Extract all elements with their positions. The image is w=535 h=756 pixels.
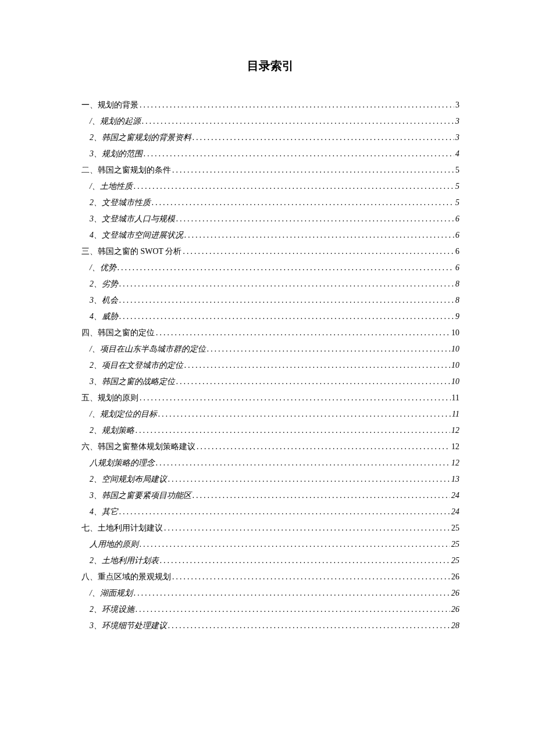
toc-entry-page: 10	[451, 357, 459, 374]
toc-entry-page: 6	[455, 260, 459, 276]
toc-entry: 一、规划的背景.................................…	[81, 97, 459, 113]
toc-dots: ........................................…	[183, 243, 454, 260]
toc-entry-page: 8	[455, 292, 459, 309]
toc-entry-label: 一、规划的背景	[81, 97, 138, 113]
toc-dots: ........................................…	[156, 455, 450, 471]
toc-entry: 2、项目在文登城市的定位............................…	[90, 357, 459, 374]
toc-entry: /、土地性质..................................…	[90, 178, 459, 195]
toc-entry-page: 24	[451, 488, 459, 504]
toc-entry: 2、环境设施..................................…	[90, 601, 459, 618]
toc-dots: ........................................…	[119, 504, 450, 520]
toc-entry-page: 12	[451, 455, 459, 471]
toc-entry: /、规划定位的目标...............................…	[90, 406, 459, 422]
toc-dots: ........................................…	[192, 130, 454, 146]
toc-entry: 4、文登城市空间进展状况............................…	[90, 227, 459, 243]
toc-entry-page: 3	[455, 130, 459, 146]
toc-dots: ........................................…	[168, 471, 450, 488]
toc-entry-page: 3	[455, 97, 459, 113]
toc-entry-page: 11	[452, 390, 459, 406]
toc-dots: ........................................…	[142, 113, 454, 130]
toc-entry-page: 6	[455, 211, 459, 227]
toc-entry-page: 25	[451, 553, 459, 569]
toc-entry-label: 2、项目在文登城市的定位	[90, 357, 183, 374]
toc-entry-label: 4、威胁	[90, 309, 118, 325]
toc-dots: ........................................…	[172, 569, 450, 585]
toc-entry-page: 24	[451, 504, 459, 520]
toc-entry: 2、空间规划布局建议..............................…	[90, 471, 459, 488]
toc-entry: 六、韩国之窗整体规划策略建议..........................…	[81, 439, 459, 455]
toc-entry: 3、机会....................................…	[90, 292, 459, 309]
toc-entry-label: /、项目在山东半岛城市群的定位	[90, 341, 206, 357]
toc-entry: 五、规划的原则.................................…	[81, 390, 459, 406]
toc-dots: ........................................…	[164, 520, 450, 536]
toc-entry-page: 6	[455, 243, 459, 260]
toc-dots: ........................................…	[207, 341, 450, 357]
toc-dots: ........................................…	[172, 162, 454, 178]
toc-dots: ........................................…	[160, 553, 450, 569]
toc-entry: 八、重点区域的景观规划.............................…	[81, 569, 459, 585]
toc-entry-label: 五、规划的原则	[81, 390, 138, 406]
toc-entry-label: 2、劣势	[90, 276, 118, 292]
toc-entry: 3、韩国之窗的战略定位.............................…	[90, 374, 459, 390]
toc-entry-label: /、优势	[90, 260, 116, 276]
toc-entry-label: 3、文登城市人口与规模	[90, 211, 175, 227]
toc-entry: 4、其它....................................…	[90, 504, 459, 520]
toc-entry: 八规划策略的理念................................…	[90, 455, 459, 471]
toc-entry: 3、文登城市人口与规模.............................…	[90, 211, 459, 227]
toc-dots: ........................................…	[140, 536, 450, 553]
toc-entry-label: 4、文登城市空间进展状况	[90, 227, 183, 243]
toc-entry: /、优势....................................…	[90, 260, 459, 276]
toc-entry-page: 5	[455, 162, 459, 178]
toc-entry-label: 八、重点区域的景观规划	[81, 569, 171, 585]
toc-entry: 3、规划的范围.................................…	[90, 146, 459, 162]
toc-entry-label: /、规划定位的目标	[90, 406, 157, 422]
toc-entry-label: 3、规划的范围	[90, 146, 142, 162]
toc-entry-page: 25	[451, 520, 459, 536]
toc-entry: 2、规划策略..................................…	[90, 422, 459, 439]
toc-entry-page: 26	[451, 569, 459, 585]
toc-entry: 2、劣势....................................…	[90, 276, 459, 292]
toc-dots: ........................................…	[184, 227, 454, 243]
toc-dots: ........................................…	[140, 97, 454, 113]
toc-entry-label: /、土地性质	[90, 178, 133, 195]
toc-dots: ........................................…	[134, 585, 450, 601]
toc-entry-page: 5	[455, 178, 459, 195]
toc-entry-page: 9	[455, 309, 459, 325]
toc-entry-page: 10	[451, 374, 459, 390]
toc-entry: 七、土地利用计划建议..............................…	[81, 520, 459, 536]
toc-entry: 2、韩国之窗规划的背景资料...........................…	[90, 130, 459, 146]
toc-entry-label: 六、韩国之窗整体规划策略建议	[81, 439, 195, 455]
toc-dots: ........................................…	[176, 211, 454, 227]
toc-entry: 四、韩国之窗的定位...............................…	[81, 325, 459, 341]
toc-dots: ........................................…	[176, 374, 450, 390]
toc-dots: ........................................…	[192, 488, 450, 504]
toc-entry: 三、韩国之窗的 SWOT 分析.........................…	[81, 243, 459, 260]
toc-entry-label: 2、韩国之窗规划的背景资料	[90, 130, 191, 146]
toc-entry: 2、文登城市性质................................…	[90, 195, 459, 211]
toc-container: 一、规划的背景.................................…	[81, 97, 459, 634]
toc-entry-page: 10	[451, 325, 459, 341]
toc-entry-label: 七、土地利用计划建议	[81, 520, 163, 536]
toc-entry: 人用地的原则..................................…	[90, 536, 459, 553]
toc-entry-label: /、湖面规划	[90, 585, 133, 601]
toc-entry-label: 八规划策略的理念	[90, 455, 155, 471]
toc-entry-label: 3、韩国之窗要紧项目功能区	[90, 488, 191, 504]
toc-entry-page: 10	[451, 341, 459, 357]
toc-dots: ........................................…	[134, 178, 454, 195]
toc-entry: 2、土地利用计划表...............................…	[90, 553, 459, 569]
toc-entry-page: 25	[451, 536, 459, 553]
toc-dots: ........................................…	[152, 195, 454, 211]
toc-dots: ........................................…	[119, 292, 454, 309]
toc-dots: ........................................…	[140, 390, 451, 406]
toc-dots: ........................................…	[158, 406, 451, 422]
toc-entry-label: 四、韩国之窗的定位	[81, 325, 155, 341]
toc-entry-label: 二、韩国之窗规划的条件	[81, 162, 171, 178]
toc-dots: ........................................…	[119, 309, 454, 325]
toc-entry-label: 2、规划策略	[90, 422, 134, 439]
toc-dots: ........................................…	[135, 601, 450, 618]
toc-dots: ........................................…	[135, 422, 450, 439]
toc-dots: ........................................…	[117, 260, 454, 276]
toc-entry: /、规划的起源.................................…	[90, 113, 459, 130]
toc-title: 目录索引	[81, 58, 459, 74]
toc-entry-label: 三、韩国之窗的 SWOT 分析	[81, 243, 181, 260]
